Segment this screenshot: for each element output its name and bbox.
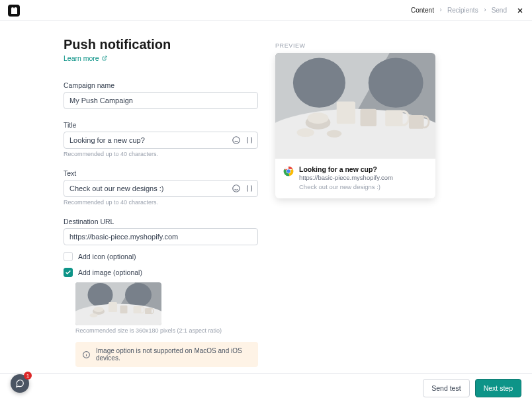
- image-warning: Image option is not supported on MacOS a…: [75, 342, 258, 367]
- close-icon[interactable]: [516, 7, 524, 15]
- add-icon-row: Add icon (optional): [64, 252, 258, 261]
- app-logo: [8, 5, 20, 17]
- footer-bar: Send test Next step: [0, 373, 532, 402]
- preview-card: Looking for a new cup? https://basic-pie…: [275, 53, 435, 198]
- svg-point-30: [308, 112, 329, 124]
- send-test-button[interactable]: Send test: [423, 379, 469, 397]
- preview-title: Looking for a new cup?: [299, 165, 427, 173]
- image-thumbnail[interactable]: [75, 282, 161, 325]
- add-image-label: Add image (optional): [78, 268, 142, 276]
- preview-body: Looking for a new cup? https://basic-pie…: [275, 159, 435, 198]
- svg-rect-32: [361, 109, 377, 126]
- personalization-icon[interactable]: [245, 136, 254, 145]
- breadcrumb: Content Recipients Send: [411, 7, 524, 15]
- personalization-icon[interactable]: [245, 184, 254, 193]
- svg-point-26: [293, 58, 345, 108]
- svg-rect-31: [337, 101, 355, 124]
- page-title: Push notification: [64, 37, 258, 52]
- text-label: Text: [64, 169, 258, 177]
- svg-point-33: [297, 128, 314, 137]
- url-label: Destination URL: [64, 218, 258, 225]
- title-hint: Recommended up to 40 characters.: [64, 151, 258, 157]
- top-bar: Content Recipients Send: [0, 0, 532, 21]
- svg-point-38: [327, 130, 342, 138]
- svg-point-12: [75, 304, 161, 326]
- image-warning-text: Image option is not supported on MacOS a…: [96, 347, 251, 362]
- breadcrumb-step-send[interactable]: Send: [492, 7, 507, 14]
- campaign-name-label: Campaign name: [64, 81, 258, 89]
- page-body: Push notification Learn more Campaign na…: [0, 21, 532, 373]
- breadcrumb-step-recipients[interactable]: Recipients: [447, 7, 478, 14]
- chevron-right-icon: [482, 7, 488, 14]
- chrome-icon: [283, 166, 294, 177]
- svg-point-14: [94, 307, 104, 312]
- emoji-icon[interactable]: [232, 136, 241, 145]
- field-text: Text Recommended up to 40 characters.: [64, 169, 258, 206]
- field-url: Destination URL: [64, 218, 258, 245]
- breadcrumb-step-content[interactable]: Content: [411, 7, 434, 14]
- svg-rect-16: [120, 305, 128, 313]
- learn-more-label: Learn more: [64, 54, 99, 62]
- image-hint: Recommended size is 360x180 pixels (2:1 …: [75, 327, 258, 334]
- chat-badge: 1: [24, 372, 32, 380]
- url-input[interactable]: [64, 228, 258, 245]
- add-icon-label: Add icon (optional): [78, 253, 136, 261]
- svg-point-27: [369, 58, 423, 108]
- svg-point-6: [233, 185, 240, 192]
- external-link-icon: [102, 56, 107, 61]
- add-image-checkbox[interactable]: [64, 268, 73, 277]
- text-hint: Recommended up to 40 characters.: [64, 199, 258, 206]
- learn-more-link[interactable]: Learn more: [64, 54, 107, 62]
- field-campaign-name: Campaign name: [64, 81, 258, 109]
- next-step-button[interactable]: Next step: [475, 379, 521, 397]
- preview-text: Check out our new designs :): [299, 183, 427, 190]
- svg-point-3: [233, 137, 240, 144]
- add-icon-checkbox[interactable]: [64, 252, 73, 261]
- text-input[interactable]: [64, 180, 258, 197]
- svg-point-11: [125, 283, 152, 307]
- svg-rect-15: [109, 302, 117, 312]
- preview-column: PREVIEW: [275, 37, 468, 373]
- add-image-row: Add image (optional): [64, 268, 258, 277]
- preview-label: PREVIEW: [275, 42, 468, 49]
- svg-point-17: [90, 313, 98, 317]
- svg-line-2: [104, 56, 107, 59]
- info-icon: [82, 350, 91, 359]
- title-input[interactable]: [64, 132, 258, 149]
- preview-image: [275, 53, 435, 159]
- field-title: Title Recommended up to 40 characters.: [64, 121, 258, 157]
- title-label: Title: [64, 121, 258, 129]
- svg-point-41: [287, 169, 290, 173]
- campaign-name-input[interactable]: [64, 92, 258, 109]
- form-column: Push notification Learn more Campaign na…: [64, 37, 258, 373]
- emoji-icon[interactable]: [232, 184, 241, 193]
- preview-url: https://basic-piece.myshopify.com: [299, 174, 427, 181]
- chat-button[interactable]: 1: [11, 374, 29, 393]
- chevron-right-icon: [438, 7, 443, 14]
